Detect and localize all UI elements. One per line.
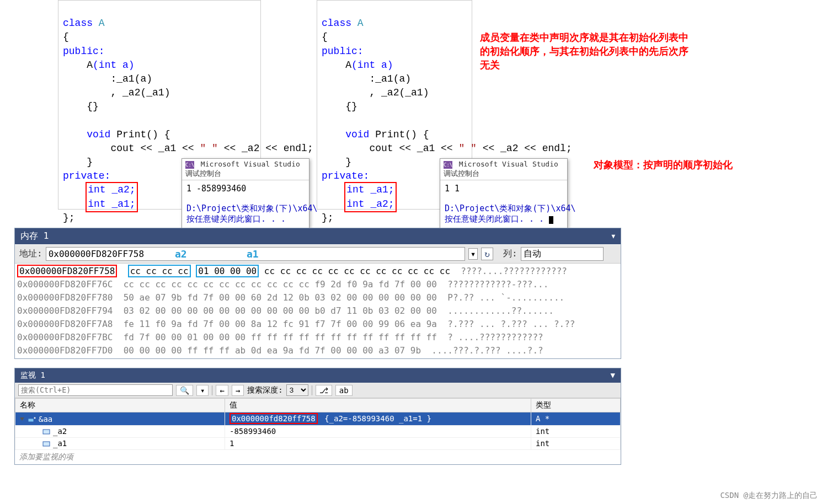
watch-type: int bbox=[531, 425, 621, 437]
watch-add-hint[interactable]: 添加要监视的项 bbox=[15, 450, 621, 464]
ctor-body: {} bbox=[345, 101, 357, 112]
svg-rect-0 bbox=[28, 419, 34, 422]
watch-toolbar: 🔍 ▾ ← → 搜索深度: 3 ⎇ ab bbox=[15, 383, 621, 398]
class-end: }; bbox=[63, 212, 75, 223]
memory-row-hex: fd 7f 00 00 01 00 00 00 ff ff ff ff ff f… bbox=[124, 332, 437, 342]
string-literal: " " bbox=[458, 143, 476, 154]
ctor-body: {} bbox=[87, 101, 99, 112]
memory-title: 内存 1 bbox=[20, 230, 49, 242]
chevron-down-icon[interactable]: ▼ bbox=[611, 233, 615, 240]
brace-close: } bbox=[87, 157, 93, 168]
cout-b: << _a2 << endl; bbox=[218, 143, 313, 154]
watch-name: _a2 bbox=[53, 427, 67, 436]
memory-row-addr: 0x000000FD820FF794 bbox=[17, 305, 113, 316]
console-path: D:\Project\类和对象(下)\x64\ bbox=[445, 203, 576, 213]
keyword: class bbox=[63, 18, 93, 29]
brace: { bbox=[63, 31, 69, 42]
watch-title-bar[interactable]: 监视 1 ▼ bbox=[15, 368, 621, 383]
memory-row-ascii: ............??...... bbox=[437, 305, 554, 316]
annotation-init-order: 成员变量在类中声明次序就是其在初始化列表中的初始化顺序，与其在初始化列表中的先后… bbox=[480, 30, 690, 72]
watch-row[interactable]: _a2 -858993460 int bbox=[15, 425, 621, 437]
search-icon[interactable]: 🔍 bbox=[176, 385, 193, 396]
watch-title: 监视 1 bbox=[20, 371, 45, 380]
filter-icon[interactable]: ⎇ bbox=[316, 385, 332, 396]
watch-value-rest: {_a2=-858993460 _a1=1 } bbox=[320, 414, 431, 423]
memory-row-ascii: P?.?? ... `-.......... bbox=[437, 292, 564, 303]
nav-forward-button[interactable]: → bbox=[232, 385, 244, 396]
memory-row0-ascii: ????....???????????? bbox=[450, 266, 567, 276]
watch-table: 名称 值 类型 &aa 0x000000fd820ff758 {_a2=-858… bbox=[15, 398, 621, 450]
keyword: class bbox=[322, 18, 351, 29]
pointer-icon bbox=[28, 415, 36, 424]
expand-icon[interactable] bbox=[20, 417, 24, 421]
col-value[interactable]: 值 bbox=[225, 399, 531, 412]
console-body: 1 1 D:\Project\类和对象(下)\x64\ 按任意键关闭此窗口. .… bbox=[440, 180, 567, 228]
memory-addr-highlight: 0x000000FD820FF758 bbox=[17, 265, 117, 277]
console-title: Microsoft Visual Studio 调试控制台 bbox=[444, 160, 558, 178]
console-body: 1 -858993460 D:\Project\类和对象(下)\x64\ 按任意… bbox=[182, 180, 309, 228]
vs-icon: C:\ bbox=[444, 161, 452, 169]
console-path: D:\Project\类和对象(下)\x64\ bbox=[186, 203, 318, 213]
watch-row-selected[interactable]: &aa 0x000000fd820ff758 {_a2=-858993460 _… bbox=[15, 412, 621, 426]
search-depth-select[interactable]: 3 bbox=[286, 384, 308, 396]
col-type[interactable]: 类型 bbox=[531, 399, 621, 412]
memory-row-addr: 0x000000FD820FF780 bbox=[17, 292, 113, 303]
console-titlebar[interactable]: C:\ Microsoft Visual Studio 调试控制台 bbox=[440, 159, 567, 180]
watch-name: _a1 bbox=[53, 439, 67, 448]
memory-row-ascii: ....???.?.??? ....?.? bbox=[421, 345, 543, 356]
memory-row-ascii: ?.??? ... ?.??? ... ?.?? bbox=[437, 319, 575, 329]
col-name[interactable]: 名称 bbox=[15, 399, 225, 412]
chevron-down-icon[interactable]: ▼ bbox=[611, 371, 615, 380]
access-public: public: bbox=[63, 46, 105, 57]
vs-icon: C:\ bbox=[185, 161, 194, 169]
member-decl-highlight: int _a1; int _a2; bbox=[344, 182, 396, 212]
access-private: private: bbox=[322, 170, 369, 181]
variable-icon bbox=[42, 439, 51, 448]
ctor-name: A bbox=[345, 60, 351, 71]
highlight-icon[interactable]: ab bbox=[335, 385, 353, 396]
member-a2: int _a2; bbox=[346, 199, 394, 210]
watermark: CSDN @走在努力路上的自己 bbox=[720, 491, 818, 501]
access-public: public: bbox=[322, 46, 364, 57]
memory-row-hex: 50 ae 07 9b fd 7f 00 00 60 2d 12 0b 03 0… bbox=[124, 292, 437, 303]
ctor-sig: (int a) bbox=[93, 60, 135, 71]
memory-row-hex: 00 00 00 00 ff ff ff ab 0d ea 9a fd 7f 0… bbox=[124, 345, 421, 356]
label-a1: a1 bbox=[247, 248, 259, 260]
memory-row-ascii: ????????????-???... bbox=[437, 279, 548, 289]
svg-point-1 bbox=[34, 417, 36, 419]
refresh-button[interactable]: ↻ bbox=[481, 248, 493, 260]
memory-row-ascii: ? ....???????????? bbox=[437, 332, 543, 342]
address-dropdown-icon[interactable]: ▾ bbox=[468, 248, 478, 260]
watch-search-input[interactable] bbox=[18, 384, 173, 396]
memory-row-addr: 0x000000FD820FF7D0 bbox=[17, 345, 113, 356]
brace: { bbox=[322, 31, 328, 42]
memory-row-hex: fe 11 f0 9a fd 7f 00 00 8a 12 fc 91 f7 7… bbox=[124, 319, 437, 329]
columns-input[interactable] bbox=[521, 247, 604, 261]
watch-value: -858993460 bbox=[225, 425, 531, 437]
string-literal: " " bbox=[200, 143, 217, 154]
member-a2: int _a2; bbox=[88, 184, 135, 195]
annotation-object-model: 对象模型：按声明的顺序初始化 bbox=[594, 158, 733, 171]
class-end: }; bbox=[322, 212, 334, 223]
memory-row-addr: 0x000000FD820FF7BC bbox=[17, 332, 113, 342]
keyword-void: void bbox=[345, 129, 369, 140]
nav-back-button[interactable]: ← bbox=[216, 385, 228, 396]
console-caret bbox=[549, 216, 553, 224]
watch-row[interactable]: _a1 1 int bbox=[15, 437, 621, 449]
debug-console-right: C:\ Microsoft Visual Studio 调试控制台 1 1 D:… bbox=[440, 158, 568, 228]
watch-name: &aa bbox=[39, 415, 52, 423]
variable-icon bbox=[42, 427, 51, 436]
cout-a: cout << _a1 << bbox=[110, 143, 200, 154]
console-hint: 按任意键关闭此窗口. . . bbox=[445, 214, 544, 224]
memory-title-bar[interactable]: 内存 1 ▼ bbox=[15, 228, 621, 244]
init-list-2: , _a2(_a1) bbox=[110, 87, 170, 98]
dropdown-icon[interactable]: ▾ bbox=[196, 385, 209, 396]
address-label: 地址: bbox=[19, 248, 42, 260]
keyword-void: void bbox=[87, 129, 110, 140]
console-titlebar[interactable]: C:\ Microsoft Visual Studio 调试控制台 bbox=[182, 159, 309, 180]
svg-rect-2 bbox=[43, 430, 50, 434]
memory-hex-view[interactable]: 0x000000FD820FF758 cc cc cc cc 01 00 00 … bbox=[15, 264, 621, 358]
ctor-sig: (int a) bbox=[351, 60, 393, 71]
member-a1: int _a1; bbox=[88, 199, 135, 210]
memory-a2-bytes: cc cc cc cc bbox=[128, 265, 191, 277]
